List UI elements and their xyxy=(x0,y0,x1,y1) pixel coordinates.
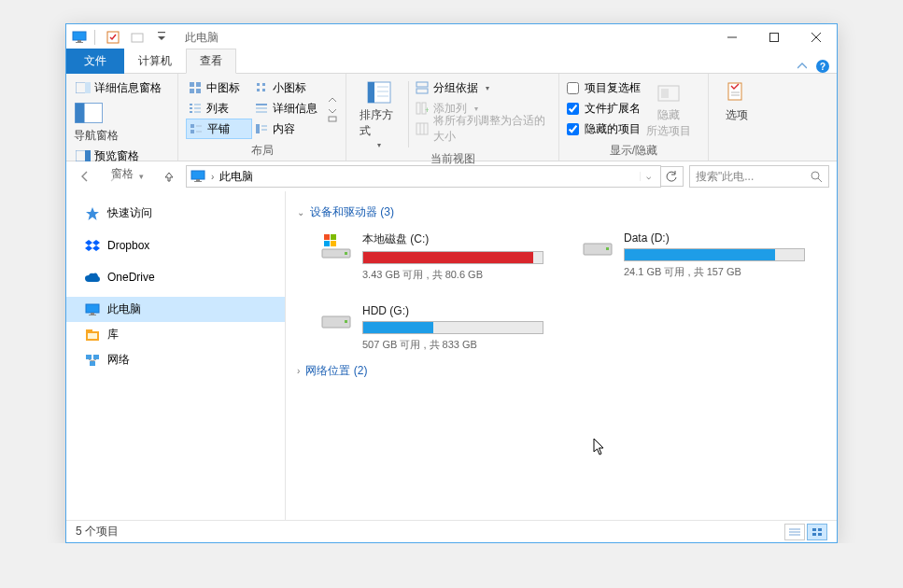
drive-stats: 24.1 GB 可用 , 共 157 GB xyxy=(624,265,805,279)
ribbon-group-current-view: 排序方式 ▾ 分组依据▾ +添加列▾ 将所有列调整为合适的大小 当前视图 xyxy=(346,74,559,161)
svg-rect-51 xyxy=(416,123,428,134)
nav-back-button[interactable] xyxy=(74,165,96,188)
drive-item[interactable]: 本地磁盘 (C:)3.43 GB 可用 , 共 80.6 GB xyxy=(319,231,543,282)
options-button[interactable]: 选项 xyxy=(716,77,757,146)
tab-view[interactable]: 查看 xyxy=(186,49,236,74)
layout-details[interactable]: 详细信息 xyxy=(252,98,327,119)
group-network-header[interactable]: › 网络位置 (2) xyxy=(297,359,825,383)
nav-forward-button[interactable] xyxy=(102,165,124,188)
nav-item-network[interactable]: 网络 xyxy=(66,347,285,372)
nav-up-button[interactable] xyxy=(158,165,180,188)
svg-rect-27 xyxy=(196,125,202,127)
svg-rect-82 xyxy=(606,247,609,250)
svg-rect-42 xyxy=(368,82,374,103)
collapse-ribbon-button[interactable] xyxy=(797,62,807,71)
svg-rect-0 xyxy=(73,32,86,40)
svg-rect-28 xyxy=(190,130,194,133)
chk-hidden-items[interactable]: 隐藏的项目 xyxy=(567,119,641,139)
layout-list[interactable]: 列表 xyxy=(186,98,252,119)
svg-rect-7 xyxy=(769,34,778,42)
tab-file[interactable]: 文件 xyxy=(66,49,124,74)
drive-name: 本地磁盘 (C:) xyxy=(362,231,543,247)
search-box[interactable]: 搜索"此电... xyxy=(689,165,829,188)
nav-item-label: 网络 xyxy=(107,352,130,368)
qat-new-folder-button[interactable] xyxy=(127,27,148,48)
qat-dropdown[interactable] xyxy=(151,27,172,48)
library-icon xyxy=(85,328,100,343)
help-icon[interactable]: ? xyxy=(816,60,829,73)
svg-rect-17 xyxy=(196,82,201,87)
chk-item-checkboxes[interactable]: 项目复选框 xyxy=(567,77,641,98)
chk-file-extensions[interactable]: 文件扩展名 xyxy=(567,98,641,119)
layout-content[interactable]: 内容 xyxy=(252,119,327,139)
address-bar[interactable]: › 此电脑 ⌵ xyxy=(186,165,661,188)
search-icon xyxy=(811,171,823,183)
layout-medium-icons[interactable]: 中图标 xyxy=(186,77,252,98)
svg-rect-32 xyxy=(257,89,260,91)
detail-pane-button[interactable]: 详细信息窗格 xyxy=(74,77,170,98)
cursor-icon xyxy=(593,438,606,456)
ribbon-options-label xyxy=(709,146,837,161)
nav-item-label: 快速访问 xyxy=(107,205,152,221)
address-chevron-icon[interactable]: › xyxy=(211,172,214,182)
drive-item[interactable]: HDD (G:)507 GB 可用 , 共 833 GB xyxy=(319,304,543,352)
drive-icon xyxy=(319,304,353,334)
layout-tiles[interactable]: 平铺 xyxy=(186,119,252,139)
svg-rect-90 xyxy=(812,533,816,536)
nav-pane-button[interactable]: 导航窗格 xyxy=(74,98,124,146)
address-location[interactable]: 此电脑 xyxy=(219,169,253,185)
svg-rect-65 xyxy=(91,313,94,315)
group-network-label: 网络位置 (2) xyxy=(305,363,367,379)
nav-item-pc[interactable]: 此电脑 xyxy=(66,297,285,322)
svg-rect-61 xyxy=(194,181,202,182)
group-devices-header[interactable]: ⌄ 设备和驱动器 (3) xyxy=(297,201,825,224)
drive-item[interactable]: Data (D:)24.1 GB 可用 , 共 157 GB xyxy=(581,231,805,282)
ribbon-layout-label: 布局 xyxy=(178,143,346,161)
layout-scroll-icon[interactable] xyxy=(327,96,338,124)
svg-rect-78 xyxy=(331,234,336,240)
ribbon-group-show-hide: 项目复选框 文件扩展名 隐藏的项目 隐藏 所选项目 显示/隐藏 xyxy=(559,74,709,161)
sort-by-button[interactable]: 排序方式 ▾ xyxy=(354,77,404,151)
qat-properties-button[interactable] xyxy=(103,27,123,48)
tab-computer[interactable]: 计算机 xyxy=(124,49,186,74)
size-columns-button[interactable]: 将所有列调整为合适的大小 xyxy=(413,119,551,139)
chevron-down-icon: ▾ xyxy=(377,141,381,149)
checkbox-icon[interactable] xyxy=(567,103,579,115)
nav-item-label: 此电脑 xyxy=(107,301,141,317)
nav-item-library[interactable]: 库 xyxy=(66,322,285,347)
refresh-button[interactable] xyxy=(661,166,684,187)
view-tiles-button[interactable] xyxy=(807,524,827,540)
status-item-count: 5 个项目 xyxy=(76,524,119,539)
detail-pane-label: 详细信息窗格 xyxy=(94,80,162,96)
sort-icon xyxy=(364,79,394,105)
svg-line-74 xyxy=(92,359,96,361)
nav-item-onedrive[interactable]: OneDrive xyxy=(66,265,285,289)
checkbox-icon[interactable] xyxy=(567,82,579,94)
checkbox-icon[interactable] xyxy=(567,123,579,135)
address-dropdown[interactable]: ⌵ xyxy=(640,172,656,181)
hide-selected-button[interactable]: 隐藏 所选项目 xyxy=(641,77,697,143)
maximize-button[interactable] xyxy=(753,24,795,50)
group-by-button[interactable]: 分组依据▾ xyxy=(413,77,551,98)
hide-icon xyxy=(654,79,684,105)
nav-item-star[interactable]: 快速访问 xyxy=(66,201,285,226)
svg-rect-76 xyxy=(345,252,347,255)
close-button[interactable] xyxy=(795,24,837,50)
minimize-button[interactable] xyxy=(711,24,753,50)
pc-icon xyxy=(85,302,100,317)
svg-rect-77 xyxy=(324,234,330,240)
ribbon-group-panes: 详细信息窗格 导航窗格 预览窗格 窗格 xyxy=(66,74,178,161)
svg-rect-88 xyxy=(812,528,816,531)
view-details-button[interactable] xyxy=(784,524,805,540)
search-placeholder: 搜索"此电... xyxy=(696,169,754,185)
ribbon-separator xyxy=(408,81,409,147)
drive-name: HDD (G:) xyxy=(362,304,543,317)
svg-rect-2 xyxy=(76,42,83,43)
layout-small-icons[interactable]: 小图标 xyxy=(252,77,327,98)
nav-pane-icon xyxy=(74,100,104,126)
nav-recent-button[interactable]: ▾ xyxy=(130,165,152,188)
navigation-pane: 快速访问DropboxOneDrive此电脑库网络 xyxy=(66,191,286,520)
svg-rect-55 xyxy=(661,89,669,98)
status-bar: 5 个项目 xyxy=(66,520,837,542)
nav-item-dropbox[interactable]: Dropbox xyxy=(66,233,285,258)
